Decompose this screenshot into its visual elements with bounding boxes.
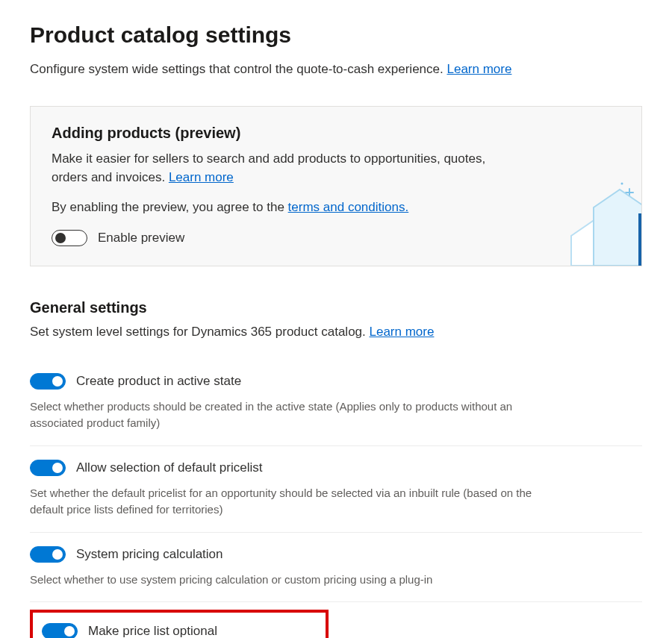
- preview-panel: Adding products (preview) Make it easier…: [30, 106, 642, 267]
- enable-preview-label: Enable preview: [98, 231, 184, 245]
- terms-and-conditions-link[interactable]: terms and conditions.: [288, 200, 409, 214]
- setting-label: Create product in active state: [76, 374, 241, 389]
- toggle-knob: [55, 233, 66, 243]
- preview-panel-desc: Make it easier for sellers to search and…: [52, 149, 514, 187]
- toggle-knob: [52, 549, 63, 560]
- general-settings-desc-text: Set system level settings for Dynamics 3…: [30, 325, 369, 339]
- learn-more-link[interactable]: Learn more: [447, 62, 511, 76]
- highlighted-setting-price-list-optional: Make price list optional Allow line item…: [30, 610, 329, 638]
- preview-learn-more-link[interactable]: Learn more: [169, 170, 234, 184]
- preview-panel-terms: By enabling the preview, you agree to th…: [52, 198, 514, 217]
- setting-row: System pricing calculation: [30, 546, 642, 563]
- default-pricelist-toggle[interactable]: [30, 460, 66, 476]
- preview-panel-desc-text: Make it easier for sellers to search and…: [52, 151, 485, 185]
- setting-help: Select whether products should be create…: [30, 398, 553, 432]
- setting-label: Make price list optional: [88, 624, 217, 638]
- page-subtitle: Configure system wide settings that cont…: [30, 60, 642, 79]
- setting-help: Set whether the default pricelist for an…: [30, 485, 553, 519]
- preview-panel-title: Adding products (preview): [52, 125, 623, 142]
- general-settings-desc: Set system level settings for Dynamics 3…: [30, 322, 642, 342]
- panel-illustration-icon: [549, 176, 642, 266]
- create-active-state-toggle[interactable]: [30, 373, 66, 390]
- setting-default-pricelist: Allow selection of default pricelist Set…: [30, 446, 642, 533]
- setting-label: Allow selection of default pricelist: [76, 460, 262, 475]
- svg-rect-1: [638, 213, 642, 266]
- setting-row: Create product in active state: [30, 373, 642, 390]
- setting-system-pricing: System pricing calculation Select whethe…: [30, 533, 642, 603]
- enable-preview-toggle[interactable]: [52, 230, 87, 246]
- page-title: Product catalog settings: [30, 22, 642, 48]
- toggle-knob: [52, 376, 63, 387]
- setting-create-active-state: Create product in active state Select wh…: [30, 360, 642, 446]
- setting-row: Make price list optional: [42, 623, 317, 638]
- setting-help: Select whether to use system pricing cal…: [30, 572, 553, 589]
- setting-row: Allow selection of default pricelist: [30, 460, 642, 476]
- general-learn-more-link[interactable]: Learn more: [369, 325, 434, 339]
- general-settings-title: General settings: [30, 299, 642, 316]
- toggle-knob: [52, 463, 63, 473]
- page-subtitle-text: Configure system wide settings that cont…: [30, 62, 447, 76]
- preview-panel-terms-prefix: By enabling the preview, you agree to th…: [52, 200, 288, 214]
- system-pricing-toggle[interactable]: [30, 546, 66, 563]
- toggle-knob: [64, 626, 75, 637]
- svg-point-0: [621, 183, 623, 185]
- setting-label: System pricing calculation: [76, 547, 223, 562]
- price-list-optional-toggle[interactable]: [42, 623, 78, 638]
- enable-preview-row: Enable preview: [52, 230, 623, 246]
